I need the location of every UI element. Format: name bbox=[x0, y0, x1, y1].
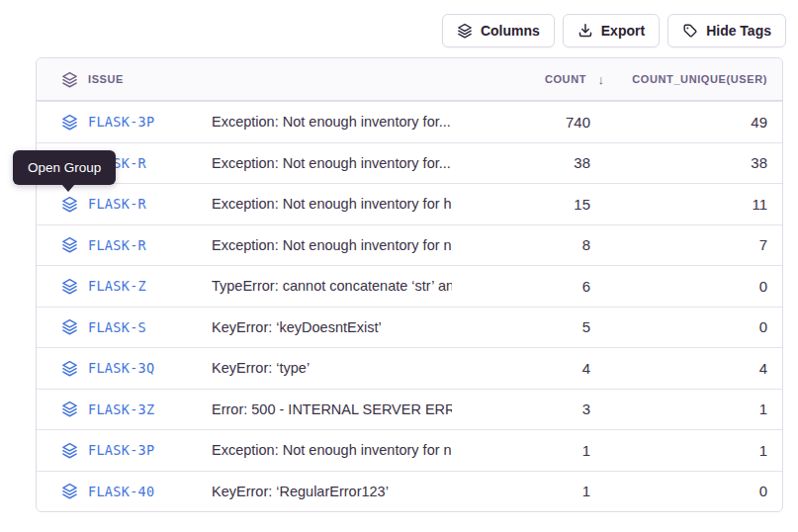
issue-link[interactable]: FLASK-3Z bbox=[88, 401, 154, 417]
issue-link[interactable]: FLASK-3P bbox=[88, 114, 154, 130]
stack-icon[interactable] bbox=[60, 318, 78, 336]
table-row: FLASK-3P Exception: Not enough inventory… bbox=[37, 429, 782, 471]
count-value: 740 bbox=[452, 114, 590, 131]
tooltip-caret bbox=[61, 184, 75, 192]
issue-title: Exception: Not enough inventory for n... bbox=[212, 442, 452, 458]
count-unique-value: 1 bbox=[590, 442, 782, 459]
table-row: FLASK-R Exception: Not enough inventory … bbox=[37, 183, 782, 224]
issue-title: KeyError: ‘type’ bbox=[212, 360, 452, 376]
open-group-tooltip: Open Group bbox=[13, 150, 116, 185]
count-value: 15 bbox=[452, 196, 590, 213]
export-button[interactable]: Export bbox=[563, 14, 660, 47]
count-unique-value: 0 bbox=[590, 318, 782, 335]
columns-button[interactable]: Columns bbox=[442, 14, 555, 47]
issue-link[interactable]: FLASK-S bbox=[88, 319, 146, 335]
stack-icon[interactable] bbox=[60, 113, 78, 131]
count-unique-value: 7 bbox=[590, 236, 782, 253]
count-unique-value: 1 bbox=[590, 400, 782, 417]
count-unique-value: 49 bbox=[590, 114, 782, 131]
count-unique-value: 38 bbox=[590, 154, 782, 171]
issue-title: Exception: Not enough inventory for h... bbox=[212, 196, 452, 212]
count-value: 1 bbox=[452, 483, 590, 499]
count-value: 5 bbox=[452, 318, 590, 335]
issue-title: KeyError: ‘RegularError123’ bbox=[212, 484, 452, 499]
issue-link[interactable]: FLASK-Z bbox=[88, 278, 146, 294]
hide-tags-button-label: Hide Tags bbox=[706, 23, 771, 39]
table-row: FLASK-Z TypeError: cannot concatenate ‘s… bbox=[37, 265, 782, 307]
count-unique-value: 0 bbox=[590, 278, 782, 295]
issue-column-header[interactable]: ISSUE bbox=[37, 70, 212, 88]
table-row: FLASK-R Exception: Not enough inventory … bbox=[37, 224, 782, 266]
issue-link[interactable]: FLASK-3Q bbox=[88, 360, 154, 376]
count-value: 1 bbox=[452, 442, 590, 459]
table-row: FLASK-R Exception: Not enough inventory … bbox=[37, 142, 782, 184]
table-row: FLASK-S KeyError: ‘keyDoesntExist’ 5 0 bbox=[37, 307, 782, 348]
count-value: 6 bbox=[452, 278, 590, 295]
issue-link[interactable]: FLASK-40 bbox=[88, 484, 154, 499]
stack-icon[interactable] bbox=[60, 277, 78, 295]
issue-link[interactable]: FLASK-3P bbox=[88, 442, 154, 458]
count-value: 38 bbox=[452, 154, 590, 171]
count-unique-column-header[interactable]: COUNT_UNIQUE(USER) bbox=[590, 73, 782, 85]
tooltip-label: Open Group bbox=[28, 160, 101, 175]
stack-icon[interactable] bbox=[60, 236, 78, 254]
issue-title: Exception: Not enough inventory for... bbox=[212, 155, 452, 171]
table-header: ISSUE COUNT ↓ COUNT_UNIQUE(USER) bbox=[37, 58, 782, 101]
issue-title: Error: 500 - INTERNAL SERVER ERROR bbox=[212, 401, 452, 417]
toolbar: Columns Export Hide Tags bbox=[442, 14, 786, 47]
stack-icon[interactable] bbox=[60, 359, 78, 377]
count-unique-value: 4 bbox=[590, 360, 782, 377]
results-table: ISSUE COUNT ↓ COUNT_UNIQUE(USER) FLASK-3… bbox=[36, 57, 783, 512]
issue-title: Exception: Not enough inventory for n... bbox=[212, 237, 452, 253]
issue-link[interactable]: FLASK-R bbox=[88, 196, 146, 212]
stack-icon[interactable] bbox=[60, 483, 78, 500]
stack-icon bbox=[457, 23, 473, 39]
count-unique-value: 0 bbox=[590, 483, 782, 499]
stack-icon[interactable] bbox=[60, 441, 78, 459]
table-row: FLASK-3Q KeyError: ‘type’ 4 4 bbox=[37, 347, 782, 389]
count-header-label: COUNT bbox=[545, 73, 586, 85]
stack-icon bbox=[60, 70, 78, 88]
issue-link[interactable]: FLASK-R bbox=[88, 237, 146, 253]
count-unique-header-label: COUNT_UNIQUE(USER) bbox=[632, 73, 767, 85]
issue-title: KeyError: ‘keyDoesntExist’ bbox=[212, 319, 452, 335]
discover-results-page: Columns Export Hide Tags ISSUE COUNT ↓ C… bbox=[0, 0, 798, 532]
table-row: FLASK-3P Exception: Not enough inventory… bbox=[37, 101, 782, 142]
table-row: FLASK-40 KeyError: ‘RegularError123’ 1 0 bbox=[37, 471, 782, 512]
issue-title: Exception: Not enough inventory for... bbox=[212, 114, 452, 130]
issue-title: TypeError: cannot concatenate ‘str’ an..… bbox=[212, 278, 452, 294]
stack-icon[interactable] bbox=[60, 400, 78, 418]
columns-button-label: Columns bbox=[481, 23, 540, 39]
hide-tags-button[interactable]: Hide Tags bbox=[667, 14, 786, 47]
count-value: 4 bbox=[452, 360, 590, 377]
count-value: 3 bbox=[452, 400, 590, 417]
export-button-label: Export bbox=[601, 23, 645, 39]
count-unique-value: 11 bbox=[590, 196, 782, 213]
download-icon bbox=[577, 23, 593, 39]
count-value: 8 bbox=[452, 236, 590, 253]
count-column-header[interactable]: COUNT ↓ bbox=[452, 72, 590, 87]
stack-icon[interactable] bbox=[60, 195, 78, 213]
table-row: FLASK-3Z Error: 500 - INTERNAL SERVER ER… bbox=[37, 389, 782, 430]
tag-icon bbox=[682, 23, 698, 39]
issue-header-label: ISSUE bbox=[88, 73, 124, 85]
